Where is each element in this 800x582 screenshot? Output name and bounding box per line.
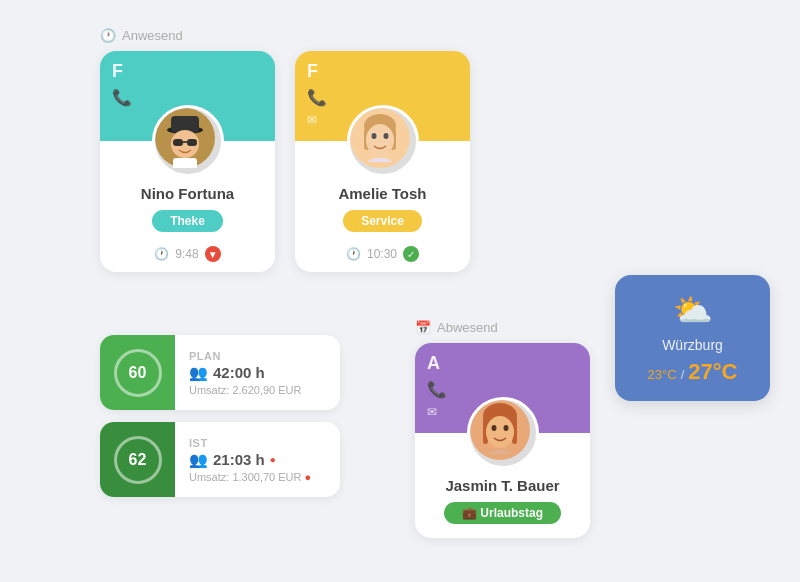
header-letter-amelie: F — [307, 61, 458, 82]
person-name-jasmin: Jasmin T. Bauer — [445, 477, 559, 494]
stat-label-plan: PLAN — [189, 350, 326, 362]
status-amelie: ✓ — [403, 246, 419, 262]
stat-hours-plan: 👥 42:00 h — [189, 364, 326, 382]
abwesend-section: 📅 Abwesend A 📞 ✉ — [415, 320, 590, 538]
svg-point-13 — [371, 133, 376, 139]
people-icon-plan: 👥 — [189, 364, 208, 382]
abwesend-label: 📅 Abwesend — [415, 320, 590, 335]
abwesend-text: Abwesend — [437, 320, 498, 335]
card-footer-amelie: 🕐 10:30 ✓ — [295, 246, 470, 272]
stat-card-ist: 62 IST 👥 21:03 h ● Umsatz: 1.300,70 EUR … — [100, 422, 340, 497]
clock-icon: 🕐 — [100, 28, 116, 43]
time-nino: 9:48 — [175, 247, 198, 261]
main-container: 🕐 Anwesend F 📞 — [0, 0, 800, 582]
role-badge-amelie: Service — [343, 210, 422, 232]
anwesend-label: 🕐 Anwesend — [100, 28, 470, 43]
person-name-nino: Nino Fortuna — [141, 185, 234, 202]
card-header-amelie: F 📞 ✉ — [295, 51, 470, 141]
role-badge-nino: Theke — [152, 210, 223, 232]
svg-point-20 — [491, 425, 496, 431]
time-icon-amelie: 🕐 — [346, 247, 361, 261]
card-jasmin[interactable]: A 📞 ✉ — [415, 343, 590, 538]
svg-point-14 — [383, 133, 388, 139]
stat-hours-ist: 👥 21:03 h ● — [189, 451, 326, 469]
weather-temps: 23°C / 27°C — [633, 359, 752, 385]
stat-umsatz-plan: Umsatz: 2.620,90 EUR — [189, 384, 326, 396]
stat-circle-wrap-ist: 62 — [100, 422, 175, 497]
anwesend-text: Anwesend — [122, 28, 183, 43]
header-letter-nino: F — [112, 61, 263, 82]
status-nino: ▼ — [205, 246, 221, 262]
svg-point-19 — [486, 416, 514, 448]
role-badge-jasmin: 💼 Urlaubstag — [444, 502, 561, 524]
svg-rect-2 — [171, 116, 199, 132]
stat-umsatz-ist: Umsatz: 1.300,70 EUR ● — [189, 471, 326, 483]
stat-info-ist: IST 👥 21:03 h ● Umsatz: 1.300,70 EUR ● — [175, 427, 340, 493]
header-letter-jasmin: A — [427, 353, 578, 374]
time-icon-nino: 🕐 — [154, 247, 169, 261]
weather-icon: ⛅ — [633, 291, 752, 329]
card-header-jasmin: A 📞 ✉ — [415, 343, 590, 433]
avatar-amelie — [347, 105, 419, 177]
stat-circle-ist: 62 — [114, 436, 162, 484]
weather-city: Würzburg — [633, 337, 752, 353]
temp-high: 27°C — [688, 359, 737, 385]
svg-rect-7 — [173, 158, 197, 168]
svg-rect-4 — [173, 139, 183, 146]
suitcase-icon: 💼 — [462, 506, 477, 520]
svg-point-21 — [503, 425, 508, 431]
card-nino[interactable]: F 📞 — [100, 51, 275, 272]
temp-sep: / — [681, 367, 685, 382]
avatar-nino — [152, 105, 224, 177]
calendar-icon: 📅 — [415, 320, 431, 335]
umsatz-alert-ist: ● — [305, 471, 312, 483]
anwesend-section: 🕐 Anwesend F 📞 — [100, 28, 470, 272]
stat-card-plan: 60 PLAN 👥 42:00 h Umsatz: 2.620,90 EUR — [100, 335, 340, 410]
temp-low: 23°C — [648, 367, 677, 382]
stat-label-ist: IST — [189, 437, 326, 449]
weather-card: ⛅ Würzburg 23°C / 27°C — [615, 275, 770, 401]
card-header-nino: F 📞 — [100, 51, 275, 141]
stat-circle-plan: 60 — [114, 349, 162, 397]
alert-dot-ist: ● — [270, 454, 276, 465]
avatar-jasmin — [467, 397, 539, 469]
stats-section: 60 PLAN 👥 42:00 h Umsatz: 2.620,90 EUR 6… — [100, 335, 340, 497]
card-amelie[interactable]: F 📞 ✉ — [295, 51, 470, 272]
stat-circle-wrap-plan: 60 — [100, 335, 175, 410]
card-footer-nino: 🕐 9:48 ▼ — [100, 246, 275, 272]
svg-point-12 — [366, 124, 394, 156]
people-icon-ist: 👥 — [189, 451, 208, 469]
stat-info-plan: PLAN 👥 42:00 h Umsatz: 2.620,90 EUR — [175, 340, 340, 406]
person-name-amelie: Amelie Tosh — [338, 185, 426, 202]
svg-rect-5 — [187, 139, 197, 146]
time-amelie: 10:30 — [367, 247, 397, 261]
